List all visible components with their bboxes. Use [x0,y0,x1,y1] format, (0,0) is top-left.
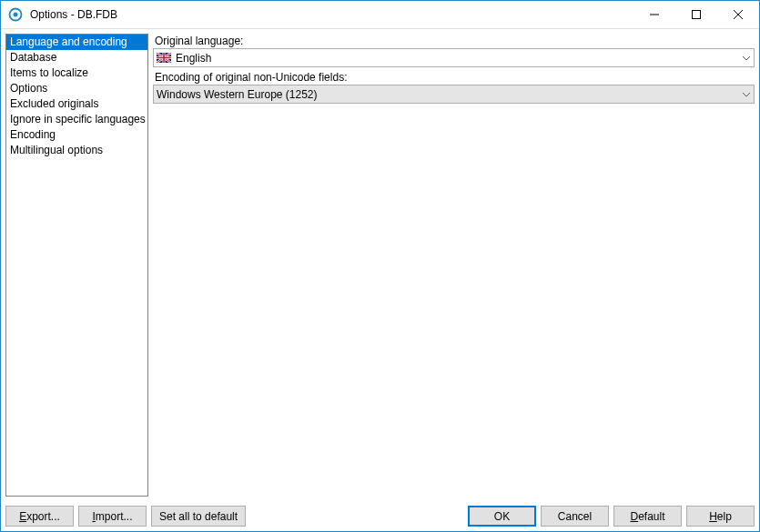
svg-rect-3 [693,11,701,19]
chevron-down-icon [738,49,754,66]
original-language-combo[interactable]: English [153,48,755,67]
titlebar: Options - DB.FDB [1,1,759,29]
encoding-label: Encoding of original non-Unicode fields: [153,70,755,84]
footer: Export... Import... Set all to default O… [1,501,759,531]
set-all-default-button[interactable]: Set all to default [151,506,246,527]
encoding-combo[interactable]: Windows Western Europe (1252) [153,85,755,104]
svg-rect-10 [157,57,171,59]
options-window: Options - DB.FDB Language and encoding D… [0,0,760,532]
sidebar-item-database[interactable]: Database [6,50,147,65]
main-panel: Original language: English [153,34,755,497]
sidebar-item-excluded-originals[interactable]: Excluded originals [6,96,147,112]
sidebar-item-ignore-languages[interactable]: Ignore in specific languages [6,112,147,127]
original-language-label: Original language: [153,34,755,47]
sidebar-item-encoding[interactable]: Encoding [6,127,147,143]
sidebar-item-multilingual[interactable]: Multilingual options [6,143,147,158]
import-button[interactable]: Import... [78,506,147,527]
window-controls [633,1,759,28]
export-button[interactable]: Export... [5,506,74,527]
help-button[interactable]: Help [686,506,755,527]
default-button[interactable]: Default [613,506,682,527]
chevron-down-icon [738,85,754,103]
encoding-value: Windows Western Europe (1252) [157,88,738,101]
maximize-button[interactable] [675,1,717,28]
content-area: Language and encoding Database Items to … [1,29,759,501]
close-button[interactable] [717,1,759,28]
original-language-value: English [176,52,738,65]
sidebar-item-items-to-localize[interactable]: Items to localize [6,65,147,81]
sidebar-item-options[interactable]: Options [6,81,147,96]
svg-point-1 [14,13,18,17]
ok-button[interactable]: OK [468,506,536,527]
category-list[interactable]: Language and encoding Database Items to … [5,34,148,497]
uk-flag-icon [157,53,171,63]
minimize-button[interactable] [633,1,675,28]
sidebar-item-language-encoding[interactable]: Language and encoding [6,35,147,50]
app-icon [8,7,23,22]
window-title: Options - DB.FDB [30,8,633,21]
cancel-button[interactable]: Cancel [541,506,609,527]
